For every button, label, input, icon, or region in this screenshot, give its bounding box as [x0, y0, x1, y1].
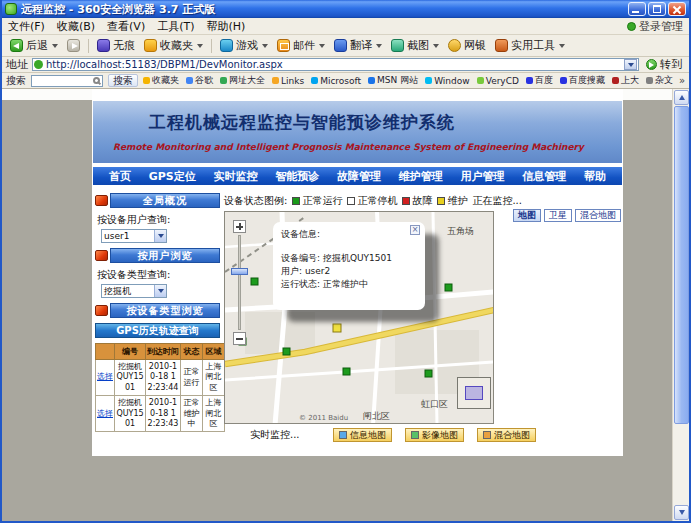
nav-home[interactable]: 首页	[109, 169, 131, 184]
favorites-dropdown-icon	[197, 44, 203, 48]
gps-history-button[interactable]: GPS历史轨迹查询	[95, 323, 220, 338]
menu-help[interactable]: 帮助(H)	[206, 19, 245, 34]
popup-close-button[interactable]: ×	[410, 225, 420, 235]
scroll-up-button[interactable]	[674, 90, 689, 105]
games-button[interactable]: 游戏	[216, 36, 272, 55]
nav-gps[interactable]: GPS定位	[149, 169, 196, 184]
zoom-track[interactable]	[238, 235, 241, 330]
close-button[interactable]	[668, 2, 686, 16]
overview-minimap[interactable]	[457, 377, 491, 409]
nav-fault-mgmt[interactable]: 故障管理	[337, 169, 381, 184]
search-input[interactable]	[31, 75, 103, 87]
th-arrival-time: 到达时间	[146, 344, 181, 360]
bookmark-link[interactable]: 网址大全	[220, 74, 265, 87]
nav-prognosis[interactable]: 智能预诊	[275, 169, 319, 184]
user-select-arrow[interactable]	[154, 230, 166, 242]
bookmark-link[interactable]: 百度	[526, 74, 553, 87]
menu-favorites[interactable]: 收藏(B)	[57, 19, 95, 34]
body-row: 全局概况 按设备用户查询: user1 按用户浏览 按设备类型查询: 挖掘机	[92, 193, 623, 442]
nav-help[interactable]: 帮助	[584, 169, 606, 184]
monitor-panel: 设备状态图例: 正常运行 正常停机 故障	[222, 193, 623, 442]
map-canvas[interactable]: × 设备信息: 设备编号: 挖掘机QUY1501 用户: user2 运行状态:…	[224, 211, 494, 424]
bookmark-link[interactable]: MSN 网站	[368, 74, 418, 87]
nav-user-mgmt[interactable]: 用户管理	[460, 169, 504, 184]
minimap-viewport-rect[interactable]	[465, 386, 483, 400]
bookmark-link[interactable]: VeryCD	[477, 76, 519, 86]
back-button[interactable]: 后退	[6, 36, 62, 55]
favicon-icon	[311, 77, 318, 84]
translate-button[interactable]: 翻译	[330, 36, 386, 55]
info-map-button[interactable]: 信息地图	[333, 428, 392, 442]
address-input[interactable]: http://localhost:51183/DBPM1/DevMonitor.…	[32, 58, 639, 71]
favicon-icon	[368, 77, 375, 84]
bookmark-label: 上大	[621, 74, 639, 87]
table-row: 选择 挖掘机QUY1501 2010-10-18 12:23:44 正常运行 上…	[96, 360, 225, 396]
search-button-label: 搜索	[113, 74, 133, 88]
map-type-hybrid-button[interactable]: 混合地图	[575, 209, 621, 222]
scroll-down-button[interactable]	[674, 505, 689, 520]
bookmark-link[interactable]: 杂文	[646, 74, 673, 87]
screenshot-button[interactable]: 截图	[387, 36, 443, 55]
go-button[interactable]: 转到	[643, 57, 685, 72]
zoom-slider[interactable]	[231, 268, 248, 275]
maximize-button[interactable]	[648, 2, 666, 16]
address-dropdown-button[interactable]	[624, 59, 637, 70]
bookmark-link[interactable]: Microsoft	[311, 76, 361, 86]
bookmark-favorites[interactable]: 收藏夹	[143, 74, 179, 87]
favorites-button[interactable]: 收藏夹	[140, 36, 207, 55]
browse-by-user-button[interactable]: 按用户浏览	[110, 248, 220, 263]
image-map-label: 影像地图	[422, 429, 458, 442]
map-bottom-buttons: 信息地图 影像地图 混合地图	[333, 428, 536, 442]
browse-by-type-button[interactable]: 按设备类型浏览	[110, 303, 220, 318]
games-dropdown-icon	[262, 44, 268, 48]
map-type-map-button[interactable]: 地图	[513, 209, 541, 222]
device-type-select-arrow[interactable]	[154, 285, 166, 297]
hybrid-map-button[interactable]: 混合地图	[477, 428, 536, 442]
menu-file[interactable]: 文件(F)	[8, 19, 45, 34]
screenshot-label: 截图	[407, 38, 429, 53]
map-type-satellite-button[interactable]: 卫星	[544, 209, 572, 222]
minimize-button[interactable]	[628, 2, 646, 16]
forward-button[interactable]	[63, 37, 84, 54]
bookmark-link[interactable]: 上大	[612, 74, 639, 87]
select-link[interactable]: 选择	[97, 372, 113, 381]
tools-button[interactable]: 实用工具	[491, 36, 569, 55]
nav-maintenance-mgmt[interactable]: 维护管理	[399, 169, 443, 184]
user-select[interactable]: user1	[101, 229, 167, 243]
favicon-icon	[526, 77, 533, 84]
zoom-in-button[interactable]	[233, 220, 246, 233]
select-link[interactable]: 选择	[97, 409, 113, 418]
device-type-select[interactable]: 挖掘机	[101, 284, 167, 298]
mail-button[interactable]: 邮件	[273, 36, 329, 55]
overview-button[interactable]: 全局概况	[110, 193, 220, 208]
tools-dropdown-icon	[559, 44, 565, 48]
login-manager-label: 登录管理	[639, 19, 683, 34]
translate-dropdown-icon	[376, 44, 382, 48]
menu-tools[interactable]: 工具(T)	[157, 19, 194, 34]
bookmark-link[interactable]: Window	[425, 76, 470, 86]
bookmark-link[interactable]: 百度搜藏	[560, 74, 605, 87]
green-square-icon	[292, 197, 300, 205]
bookmark-label: 杂文	[655, 74, 673, 87]
scrollbar-thumb[interactable]	[674, 106, 689, 424]
bookmarks-overflow-button[interactable]: »	[679, 75, 685, 86]
user-icon	[627, 22, 636, 31]
nav-realtime-monitor[interactable]: 实时监控	[213, 169, 257, 184]
page-favicon-icon	[34, 60, 43, 69]
nav-info-mgmt[interactable]: 信息管理	[522, 169, 566, 184]
search-button[interactable]: 搜索	[108, 74, 138, 87]
favicon-icon	[560, 77, 567, 84]
image-map-button[interactable]: 影像地图	[405, 428, 464, 442]
bank-button[interactable]: 网银	[444, 36, 490, 55]
menu-view[interactable]: 查看(V)	[107, 19, 145, 34]
incognito-button[interactable]: 无痕	[93, 36, 139, 55]
vertical-scrollbar[interactable]	[672, 89, 689, 521]
bookmark-link[interactable]: Links	[272, 76, 304, 86]
gamepad-icon	[220, 39, 233, 52]
login-manager-button[interactable]: 登录管理	[627, 19, 683, 34]
zoom-out-button[interactable]	[233, 332, 246, 345]
search-label: 搜索	[6, 74, 26, 88]
yellow-square-icon	[437, 197, 445, 205]
favicon-icon	[425, 77, 432, 84]
bookmark-link[interactable]: 谷歌	[186, 74, 213, 87]
